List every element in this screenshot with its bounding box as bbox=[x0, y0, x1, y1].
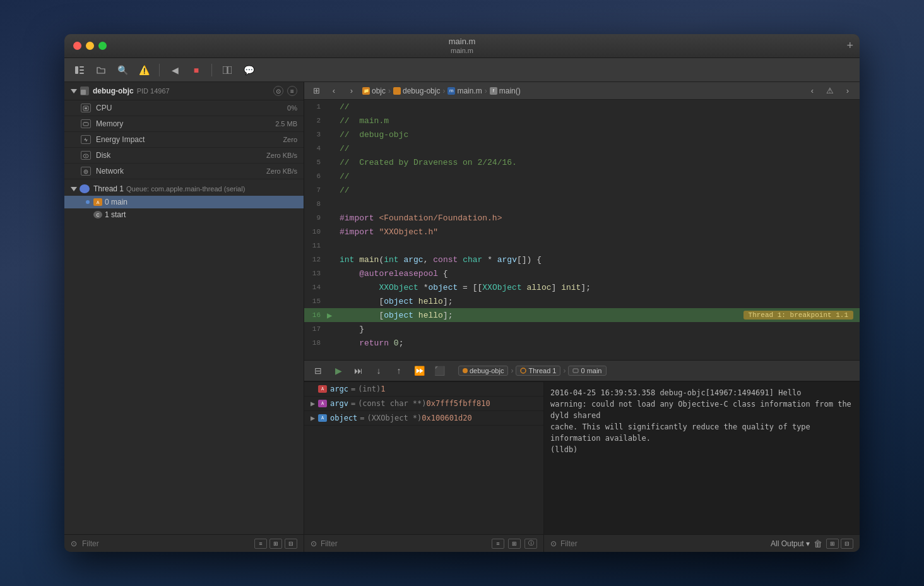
code-line-12: 12 int main(int argc, const char * argv[… bbox=[304, 253, 860, 266]
code-line-15: 15 [object hello]; bbox=[304, 294, 860, 308]
var-argv-icon: A bbox=[318, 400, 327, 407]
debug-stepinst-btn[interactable]: ⏩ bbox=[412, 364, 427, 378]
var-argc-val: 1 bbox=[381, 385, 385, 393]
var-object-icon: A bbox=[318, 414, 327, 422]
var-argc-type: (int) bbox=[358, 385, 381, 393]
toolbar-layout-btn[interactable] bbox=[218, 63, 236, 78]
debug-stop-btn[interactable]: ⬛ bbox=[432, 364, 447, 378]
debug-target-label: debug-objc bbox=[470, 367, 504, 374]
toolbar-search-btn[interactable]: 🔍 bbox=[114, 63, 131, 78]
nav-back-btn[interactable]: ‹ bbox=[327, 85, 341, 97]
var-argv-expand[interactable]: ▶ bbox=[311, 399, 318, 408]
main-toolbar: 🔍 ⚠️ ◀ ■ 💬 bbox=[64, 58, 860, 82]
toolbar-sidebar-btn[interactable] bbox=[71, 63, 88, 78]
svg-rect-8 bbox=[85, 107, 87, 109]
toolbar-stop-btn[interactable]: ■ bbox=[187, 63, 205, 78]
breadcrumb-objc[interactable]: 📁 objc bbox=[362, 87, 386, 95]
maximize-button[interactable] bbox=[98, 42, 107, 50]
var-grid-btn[interactable]: ⊞ bbox=[508, 539, 521, 549]
console-filter-right: All Output ▾ 🗑 ⊞ ⊟ bbox=[771, 539, 853, 549]
code-editor[interactable]: 1 // 2 // main.m 3 // debug-objc bbox=[304, 100, 860, 360]
nav-next-warning[interactable]: › bbox=[841, 85, 855, 97]
code-line-8: 8 bbox=[304, 197, 860, 211]
sidebar-list-btn3[interactable]: ⊟ bbox=[285, 539, 297, 549]
console-trash-icon[interactable]: 🗑 bbox=[814, 539, 822, 549]
breadcrumb-main-m[interactable]: m main.m bbox=[447, 87, 482, 95]
debug-hide-btn[interactable]: ⊟ bbox=[311, 364, 326, 378]
sidebar-list-btn1[interactable]: ≡ bbox=[254, 539, 267, 549]
debug-stepover-btn[interactable]: ⏭ bbox=[351, 364, 366, 378]
nav-grid-btn[interactable]: ⊞ bbox=[309, 85, 323, 97]
console-layout-full[interactable]: ⊟ bbox=[841, 539, 853, 549]
var-object[interactable]: ▶ A object = (XXObject *) 0x100601d20 bbox=[304, 411, 543, 426]
variables-filter-bar: ⊙ ≡ ⊞ ⓘ bbox=[304, 534, 543, 552]
breadcrumb-debug-objc[interactable]: debug-objc bbox=[393, 87, 440, 95]
console-output: 2016-04-25 16:39:53.358 debug-objc[14967… bbox=[544, 382, 860, 534]
sidebar-filter-input[interactable] bbox=[82, 539, 249, 548]
console-line-3: cache. This will significantly reduce th… bbox=[550, 421, 853, 444]
disk-value: Zero KB/s bbox=[266, 152, 297, 159]
nav-warning-icon[interactable]: ⚠ bbox=[823, 85, 837, 97]
frame-main[interactable]: A 0 main bbox=[64, 196, 304, 208]
nav-prev-warning[interactable]: ‹ bbox=[805, 85, 819, 97]
variables-panel: A argc = (int) 1 ▶ A argv = (const char … bbox=[304, 381, 544, 552]
svg-rect-3 bbox=[80, 73, 84, 74]
var-object-type: (XXObject *) bbox=[367, 414, 422, 422]
svg-rect-20 bbox=[573, 369, 578, 373]
toolbar-back-btn[interactable]: ◀ bbox=[166, 63, 184, 78]
thread-icon bbox=[80, 184, 90, 193]
pause-btn[interactable]: ⊙ bbox=[273, 86, 283, 96]
svg-rect-5 bbox=[228, 66, 232, 74]
console-layout-split[interactable]: ⊞ bbox=[826, 539, 839, 549]
code-line-9: 9 #import <Foundation/Foundation.h> bbox=[304, 211, 860, 225]
var-sort-btn[interactable]: ≡ bbox=[492, 539, 504, 549]
thread-expand-icon bbox=[71, 187, 77, 191]
debug-badge-thread: Thread 1 bbox=[516, 366, 560, 376]
network-value: Zero KB/s bbox=[266, 167, 297, 175]
energy-label: Energy Impact bbox=[96, 135, 283, 144]
console-panel: 2016-04-25 16:39:53.358 debug-objc[14967… bbox=[544, 381, 860, 552]
titlebar-add[interactable]: + bbox=[846, 39, 853, 52]
code-line-6: 6 // bbox=[304, 169, 860, 183]
frame-start[interactable]: C 1 start bbox=[64, 208, 304, 221]
breadcrumb: 📁 objc › debug-objc › m main.m › bbox=[362, 87, 521, 95]
variables-filter-input[interactable] bbox=[321, 539, 488, 548]
debug-stepin-btn[interactable]: ↓ bbox=[371, 364, 386, 378]
minimize-button[interactable] bbox=[86, 42, 94, 50]
step-btn[interactable]: ≡ bbox=[287, 86, 297, 96]
debug-stepout-btn[interactable]: ↑ bbox=[391, 364, 406, 378]
debug-badge-frame: 0 main bbox=[568, 366, 606, 376]
debug-target-pid: PID 14967 bbox=[137, 87, 170, 95]
frame-start-label: 1 start bbox=[105, 210, 126, 219]
toolbar-folder-btn[interactable] bbox=[92, 63, 110, 78]
close-button[interactable] bbox=[73, 42, 81, 50]
frame-main-label: 0 main bbox=[105, 198, 127, 206]
var-object-expand[interactable]: ▶ bbox=[311, 414, 318, 422]
sidebar-list-btn2[interactable]: ⊞ bbox=[270, 539, 282, 549]
nav-fwd-btn[interactable]: › bbox=[345, 85, 358, 97]
bc-func-icon: f bbox=[490, 87, 497, 95]
breadcrumb-main-func[interactable]: f main() bbox=[490, 87, 521, 95]
debug-frame-label: 0 main bbox=[581, 367, 601, 374]
code-line-3: 3 // debug-objc bbox=[304, 128, 860, 141]
svg-rect-0 bbox=[75, 66, 78, 74]
console-line-4: (lldb) bbox=[550, 444, 853, 455]
memory-value: 2.5 MB bbox=[275, 120, 297, 128]
console-filter-bar: ⊙ All Output ▾ 🗑 ⊞ ⊟ bbox=[544, 534, 860, 552]
var-info-btn[interactable]: ⓘ bbox=[524, 539, 537, 549]
console-filter-input[interactable] bbox=[560, 539, 767, 548]
toolbar-warning-btn[interactable]: ⚠️ bbox=[135, 63, 153, 78]
thread-name: Thread 1 bbox=[93, 184, 124, 193]
debug-target-row[interactable]: debug-objc PID 14967 ⊙ ≡ bbox=[64, 82, 304, 100]
var-filter-icon: ⊙ bbox=[311, 539, 317, 548]
debug-continue-btn[interactable]: ▶ bbox=[331, 364, 346, 378]
toolbar-comment-btn[interactable]: 💬 bbox=[240, 63, 258, 78]
debug-thread-label: Thread 1 bbox=[528, 367, 556, 374]
thread-header[interactable]: Thread 1 Queue: com.apple.main-thread (s… bbox=[64, 182, 304, 196]
code-line-1: 1 // bbox=[304, 100, 860, 114]
code-line-18: 18 return 0; bbox=[304, 336, 860, 350]
var-argv[interactable]: ▶ A argv = (const char **) 0x7fff5fbff81… bbox=[304, 397, 543, 411]
console-filter-icon: ⊙ bbox=[550, 539, 557, 548]
editor-nav: ⊞ ‹ › 📁 objc › debug-objc › m bbox=[304, 82, 860, 100]
svg-rect-1 bbox=[80, 66, 84, 68]
